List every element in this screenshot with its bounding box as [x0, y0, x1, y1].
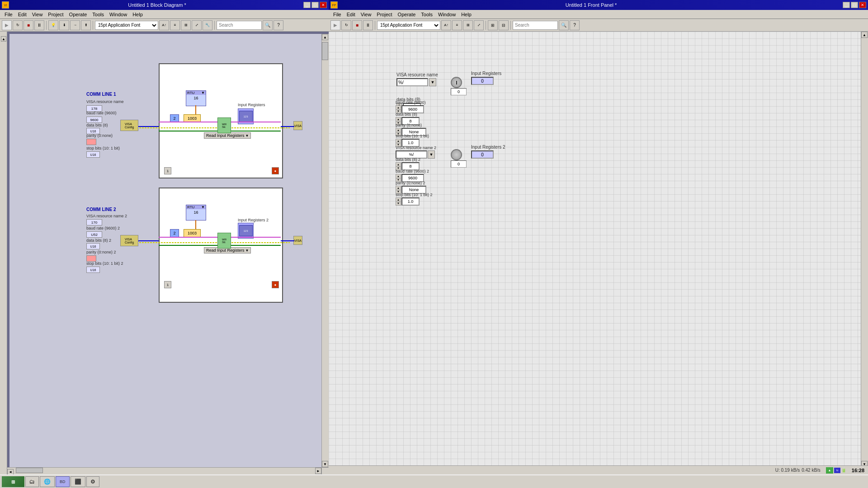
bd-abort-btn[interactable]: ■: [24, 20, 33, 30]
bd-highlight-btn[interactable]: 💡: [48, 20, 58, 30]
parity-label-2: parity (0:none) 2: [86, 250, 116, 254]
fp-abort-btn[interactable]: ■: [352, 20, 362, 30]
bd-run-btn[interactable]: ▶: [2, 20, 12, 30]
stop-bits-label-1: stop bits (10: 1 bit): [86, 146, 120, 150]
start-button[interactable]: ⊞: [2, 476, 24, 487]
bd-vscroll[interactable]: ▲ ▼: [321, 34, 329, 467]
fp-pause-btn[interactable]: ⏸: [363, 20, 373, 30]
bd-scroll-up[interactable]: ▲: [1, 36, 6, 42]
bd-minimize-btn[interactable]: _: [303, 2, 311, 8]
bd-step-out-btn[interactable]: ⬆: [81, 20, 91, 30]
fp-help-context-btn[interactable]: ?: [570, 20, 580, 30]
bd-run-cont-btn[interactable]: ↻: [13, 20, 23, 30]
bd-clean-btn[interactable]: 🔧: [203, 20, 212, 30]
num2-block-2[interactable]: 2: [170, 229, 179, 237]
fp-close-btn[interactable]: ✕: [859, 2, 866, 8]
parity-input-2[interactable]: [86, 255, 96, 262]
bd-search-btn[interactable]: 🔍: [263, 20, 273, 30]
baud-input-1[interactable]: 9600: [86, 117, 102, 123]
num2-block-1[interactable]: 2: [170, 114, 179, 122]
fp-minimize-btn[interactable]: _: [843, 2, 850, 8]
bd-menu-view[interactable]: View: [29, 11, 46, 18]
fp-grid-btn[interactable]: ⊞: [488, 20, 498, 30]
fp-font-select[interactable]: 15pt Application Font: [377, 21, 440, 30]
fp-maximize-btn[interactable]: □: [851, 2, 858, 8]
fp-visa-dropdown-1[interactable]: ▼: [429, 78, 436, 86]
fp-search-input[interactable]: [513, 21, 558, 30]
fp-window-icon: FP: [330, 1, 338, 9]
rtu-block-2[interactable]: RTU ▼ 16: [186, 205, 206, 221]
bd-window-controls[interactable]: _ □ ✕: [303, 2, 327, 8]
bd-menu-tools[interactable]: Tools: [90, 11, 107, 18]
data-bits-input-2[interactable]: U16: [86, 243, 100, 249]
bd-font-select[interactable]: 15pt Application Font: [95, 21, 158, 30]
node-block-1[interactable]: 1003: [184, 114, 201, 122]
fp-search-btn[interactable]: 🔍: [559, 20, 569, 30]
visa-input-2[interactable]: 170: [86, 219, 102, 225]
parity-input-1[interactable]: [86, 139, 96, 145]
bd-distribute-btn[interactable]: ⊞: [181, 20, 191, 30]
bd-menu-window[interactable]: Window: [107, 11, 130, 18]
bd-step-over-btn[interactable]: →: [70, 20, 80, 30]
fp-resize-btn[interactable]: ⤢: [474, 20, 484, 30]
bd-step-into-btn[interactable]: ⬇: [59, 20, 69, 30]
bd-menu-operate[interactable]: Operate: [66, 11, 90, 18]
bd-align-btn[interactable]: ≡: [170, 20, 180, 30]
bd-font-size-btn[interactable]: A↑: [159, 20, 169, 30]
stop-bits-input-2[interactable]: U16: [86, 267, 100, 273]
fp-visa-input-1[interactable]: %/: [396, 78, 428, 86]
bd-menu-project[interactable]: Project: [45, 11, 66, 18]
fp-menu-view[interactable]: View: [358, 11, 374, 18]
fp-knob-2[interactable]: [451, 149, 462, 160]
bd-menu-file[interactable]: File: [2, 11, 15, 18]
fp-menu-window[interactable]: Window: [435, 11, 458, 18]
bd-search-input[interactable]: [217, 21, 262, 30]
bd-vscroll-thumb[interactable]: [322, 42, 328, 60]
taskbar-explorer[interactable]: 🗂: [25, 476, 39, 487]
taskbar-settings[interactable]: ⚙: [86, 476, 99, 487]
taskbar-terminal[interactable]: ⬛: [71, 476, 85, 487]
node-block-2[interactable]: 1003: [184, 229, 201, 237]
rtu-block-1[interactable]: RTU ▼ 16: [186, 90, 206, 106]
bd-hscroll[interactable]: ◄ ►: [7, 467, 321, 474]
fp-baud-up-1[interactable]: ▲: [396, 106, 401, 110]
bd-vscroll-up[interactable]: ▲: [322, 34, 328, 40]
fp-window-controls[interactable]: _ □ ✕: [843, 2, 866, 8]
stop-bits-input-1[interactable]: U16: [86, 151, 100, 158]
bd-hscroll-left[interactable]: ◄: [7, 469, 14, 475]
bd-menu-help[interactable]: Help: [130, 11, 146, 18]
fp-vscroll[interactable]: ▲ ▼: [861, 32, 868, 467]
fp-menu-tools[interactable]: Tools: [418, 11, 435, 18]
baud-input-2[interactable]: U52: [86, 231, 102, 238]
bd-maximize-btn[interactable]: □: [311, 2, 319, 8]
fp-stopbits-value-2[interactable]: 1.0: [401, 197, 420, 206]
fp-visa-dd-2[interactable]: ▼: [428, 150, 435, 159]
bd-pause-btn[interactable]: ⏸: [34, 20, 44, 30]
fp-menu-file[interactable]: File: [330, 11, 344, 18]
bd-hscroll-right[interactable]: ►: [315, 468, 321, 474]
fp-vscroll-up[interactable]: ▲: [861, 32, 868, 38]
taskbar-labview-bd[interactable]: BD: [56, 476, 70, 487]
fp-menu-help[interactable]: Help: [458, 11, 474, 18]
front-panel-window: FP Untitled 1 Front Panel * _ □ ✕ File E…: [329, 0, 868, 474]
read-reg-btn-1[interactable]: Read Input Registers ▼: [204, 132, 251, 139]
bd-close-btn[interactable]: ✕: [320, 2, 327, 8]
bd-hscroll-thumb[interactable]: [16, 468, 43, 473]
fp-menu-project[interactable]: Project: [374, 11, 395, 18]
fp-grid2-btn[interactable]: ⊟: [499, 20, 509, 30]
bd-resize-btn[interactable]: ⤢: [192, 20, 202, 30]
fp-stopbits-arrows-2[interactable]: ▲ ▼: [396, 197, 401, 206]
bd-menu-edit[interactable]: Edit: [15, 11, 29, 18]
bd-help-context-btn[interactable]: ?: [274, 20, 283, 30]
fp-menu-operate[interactable]: Operate: [395, 11, 419, 18]
fp-run-btn[interactable]: ▶: [330, 20, 340, 30]
bd-vscroll-down[interactable]: ▼: [322, 461, 328, 467]
fp-knob-1[interactable]: [451, 77, 462, 88]
fp-menu-edit[interactable]: Edit: [344, 11, 358, 18]
fp-font-size-btn[interactable]: A↑: [441, 20, 451, 30]
fp-align-btn[interactable]: ≡: [452, 20, 462, 30]
fp-distribute-btn[interactable]: ⊞: [463, 20, 473, 30]
fp-dbits-up-1[interactable]: ▲: [396, 117, 401, 122]
fp-run-cont-btn[interactable]: ↻: [341, 20, 351, 30]
taskbar-chrome[interactable]: 🌐: [40, 476, 55, 487]
